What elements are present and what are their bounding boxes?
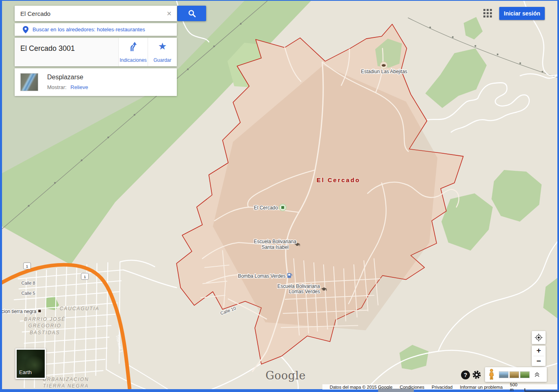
streetview-thumb-1[interactable] xyxy=(499,371,509,378)
sign-in-button[interactable]: Iniciar sesión xyxy=(499,7,545,20)
zoom-in-button[interactable]: + xyxy=(532,346,546,356)
area-label-barrio-2: GREGORIO xyxy=(28,323,61,329)
directions-fork-icon xyxy=(128,41,139,52)
clear-search-icon[interactable]: × xyxy=(161,6,177,21)
search-panel: El Cercado × Buscar en los alrededores: … xyxy=(15,6,207,96)
my-location-icon xyxy=(535,333,543,342)
route-shield: 1 xyxy=(24,263,31,269)
station-marker[interactable] xyxy=(38,309,41,313)
poi-label-estacion[interactable]: cion tierra negra xyxy=(2,309,37,314)
streetview-bar xyxy=(485,367,547,382)
area-label-barrio-1: BARRIO JOSÉ xyxy=(24,316,65,322)
terrain-thumbnail[interactable] xyxy=(20,73,38,91)
region-label: El Cercado xyxy=(317,177,361,183)
window-frame-notch xyxy=(378,389,414,392)
area-label-barrio-3: BASTIDAS xyxy=(30,330,60,335)
explore-card: Desplazarse Mostrar: Relieve xyxy=(15,68,177,96)
settings-button[interactable] xyxy=(472,370,482,380)
search-input[interactable]: El Cercado × xyxy=(15,6,177,21)
result-title: El Cercado 3001 xyxy=(15,38,118,66)
location-pin-icon xyxy=(22,26,29,34)
poi-label-bomba[interactable]: Bomba Lomas Verdes xyxy=(238,273,285,279)
save-label: Guardar xyxy=(153,57,171,63)
scale-control[interactable]: 500 m xyxy=(510,382,559,392)
zoom-control: + − xyxy=(532,346,546,366)
svg-text:1: 1 xyxy=(26,264,28,268)
gear-icon xyxy=(472,370,482,380)
area-label-urb-2: TIERRA NEGRA xyxy=(43,383,89,389)
star-icon: ★ xyxy=(158,41,167,51)
area-label-urb-1: URBANIZACION xyxy=(43,377,89,382)
search-nearby-row[interactable]: Buscar en los alrededores: hoteles·resta… xyxy=(15,23,177,36)
report-problem-link[interactable]: Informar un problema xyxy=(460,385,502,390)
footer-bar: Datos del mapa © 2015 Google Condiciones… xyxy=(322,384,557,390)
area-label-caucagutia: CAUCAGUTIA xyxy=(60,306,100,311)
poi-label-estadiun[interactable]: Estadiun Las Abejitas xyxy=(361,69,407,74)
poi-label-escuela-lv1[interactable]: Escuela Bolivariana xyxy=(277,283,320,289)
earth-mode-button[interactable]: Earth xyxy=(15,348,46,379)
pegman-icon[interactable] xyxy=(488,369,495,380)
apps-grid-icon[interactable] xyxy=(483,9,492,17)
collapse-chevron-icon[interactable] xyxy=(534,371,540,378)
zoom-out-button[interactable]: − xyxy=(532,356,546,366)
street-label-calle8: Calle 8 xyxy=(22,281,35,285)
poi-label-cercado[interactable]: El Cercado xyxy=(254,205,278,211)
streetview-thumb-2[interactable] xyxy=(509,371,519,378)
directions-button[interactable]: Indicaciones xyxy=(118,38,148,66)
poi-label-escuela-lv2[interactable]: Lomas Verdes xyxy=(289,289,320,294)
nearby-link[interactable]: Buscar en los alrededores: hoteles·resta… xyxy=(33,26,145,33)
scale-bar xyxy=(524,388,559,392)
town-icon[interactable] xyxy=(279,204,286,211)
poi-label-escuela-sb2[interactable]: Santa Isabel xyxy=(261,244,288,250)
sign-in-label: Iniciar sesión xyxy=(504,10,540,17)
show-label: Mostrar: xyxy=(47,84,67,90)
result-card: El Cercado 3001 Indicaciones ★ Guardar xyxy=(15,38,177,66)
street-label-calle5: Calle 5 xyxy=(22,291,35,296)
scale-label: 500 m xyxy=(510,382,521,392)
route-shield: 1 xyxy=(81,273,89,280)
explore-title: Desplazarse xyxy=(47,74,88,81)
save-button[interactable]: ★ Guardar xyxy=(148,38,177,66)
svg-text:1: 1 xyxy=(84,274,86,279)
poi-label-escuela-sb1[interactable]: Escuela Bolivariana xyxy=(254,239,296,244)
stadium-icon[interactable] xyxy=(380,62,387,69)
my-location-button[interactable] xyxy=(532,331,546,344)
google-logo: Google xyxy=(265,369,306,382)
privacy-link[interactable]: Privacidad xyxy=(432,385,452,390)
search-icon xyxy=(188,9,196,17)
directions-label: Indicaciones xyxy=(120,57,147,63)
help-button[interactable]: ? xyxy=(461,370,470,379)
search-button[interactable] xyxy=(177,6,206,21)
help-icon: ? xyxy=(464,372,468,378)
streetview-thumb-3[interactable] xyxy=(520,371,530,378)
search-query[interactable]: El Cercado xyxy=(15,10,161,17)
terrain-link[interactable]: Relieve xyxy=(70,84,88,90)
earth-label: Earth xyxy=(19,369,32,375)
